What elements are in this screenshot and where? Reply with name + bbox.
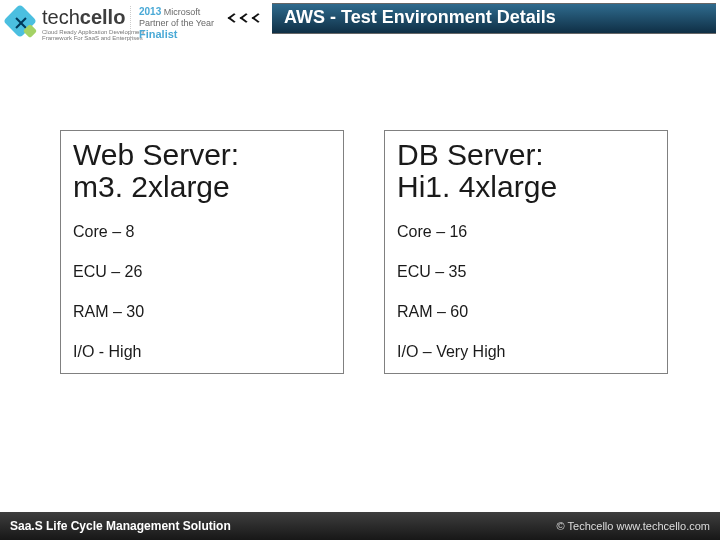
spec-boxes: Web Server: m3. 2xlarge Core – 8 ECU – 2…: [60, 130, 668, 374]
footer-copyright: © Techcello www.techcello.com: [557, 520, 720, 532]
spec-row: Core – 16: [385, 213, 667, 253]
partner-badge: 2013 Microsoft Partner of the Year Final…: [130, 6, 214, 41]
partner-brand: Microsoft: [164, 7, 201, 17]
web-server-title: Web Server: m3. 2xlarge: [61, 131, 343, 213]
logo-word-plain: tech: [42, 6, 80, 28]
title-banner: AWS - Test Environment Details: [230, 3, 716, 33]
db-server-box: DB Server: Hi1. 4xlarge Core – 16 ECU – …: [384, 130, 668, 374]
slide-footer: Saa.S Life Cycle Management Solution © T…: [0, 512, 720, 540]
spec-row: RAM – 30: [61, 293, 343, 333]
chevron-left-icon: [230, 14, 266, 22]
spec-row: RAM – 60: [385, 293, 667, 333]
spec-row: Core – 8: [61, 213, 343, 253]
web-server-box: Web Server: m3. 2xlarge Core – 8 ECU – 2…: [60, 130, 344, 374]
partner-finalist: Finalist: [139, 28, 178, 40]
partner-year: 2013: [139, 6, 161, 17]
slide-title: AWS - Test Environment Details: [272, 3, 716, 34]
spec-row: ECU – 26: [61, 253, 343, 293]
company-logo: techcello Cloud Ready Application Develo…: [8, 6, 144, 41]
slide-header: techcello Cloud Ready Application Develo…: [0, 0, 720, 60]
partner-line: Partner of the Year: [139, 18, 214, 28]
logo-word-bold: cello: [80, 6, 126, 28]
spec-row: ECU – 35: [385, 253, 667, 293]
logo-icon: [8, 9, 38, 39]
spec-row: I/O - High: [61, 333, 343, 373]
db-server-title: DB Server: Hi1. 4xlarge: [385, 131, 667, 213]
spec-row: I/O – Very High: [385, 333, 667, 373]
footer-left-text: Saa.S Life Cycle Management Solution: [0, 519, 557, 533]
